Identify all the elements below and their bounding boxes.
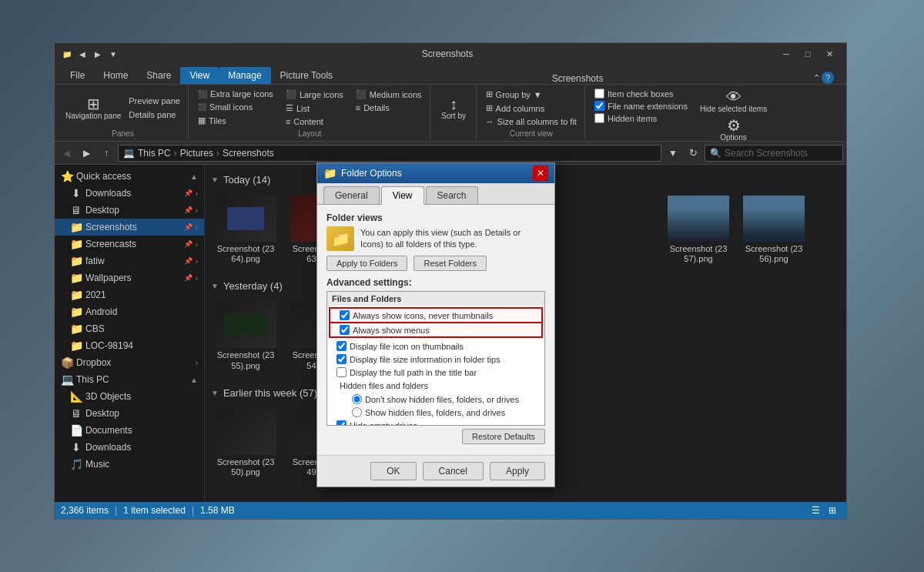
small-icons-btn[interactable]: ⬛ Small icons: [195, 101, 276, 113]
ribbon-collapse-btn[interactable]: ⌃: [813, 73, 820, 83]
always-show-icons-checkbox[interactable]: [340, 310, 350, 320]
file-item[interactable]: Screenshot (2356).png: [739, 192, 808, 268]
dialog-tab-general[interactable]: General: [323, 186, 380, 204]
file-item[interactable]: Screenshot (2355).png: [211, 298, 280, 374]
navigation-pane-btn[interactable]: ⊞ Navigation pane: [62, 95, 124, 122]
screenshots-tab-label: Screenshots: [342, 73, 813, 84]
sidebar-item-this-pc[interactable]: 💻 This PC ▲: [55, 371, 204, 388]
help-button[interactable]: ?: [822, 72, 834, 84]
large-icons-btn[interactable]: ⬛ Large icons: [283, 88, 346, 101]
restore-defaults-btn[interactable]: Restore Defaults: [462, 429, 545, 444]
always-show-menus-checkbox[interactable]: [340, 325, 350, 335]
show-hidden-radio[interactable]: [352, 407, 362, 417]
explorer-window: 📁 ◀ ▶ ▼ Screenshots ─ □ ✕ File Home Shar…: [54, 42, 847, 520]
cancel-button[interactable]: Cancel: [423, 462, 484, 480]
adv-display-file-icon[interactable]: Display file icon on thumbnails: [327, 340, 544, 353]
sidebar-item-quick-access[interactable]: ⭐ Quick access ▲: [55, 168, 204, 185]
back-button[interactable]: ◀: [58, 145, 75, 162]
forward-button[interactable]: ▶: [78, 145, 95, 162]
advanced-settings-list[interactable]: Files and Folders Always show icons, nev…: [326, 291, 545, 426]
sidebar-item-wallpapers[interactable]: 📁 Wallpapers 📌 ›: [55, 269, 204, 286]
arrow-icon: ›: [196, 206, 198, 215]
sidebar-item-screencasts[interactable]: 📁 Screencasts 📌 ›: [55, 236, 204, 253]
hidden-items-check[interactable]: Hidden items: [591, 112, 691, 124]
dialog-tab-view[interactable]: View: [381, 186, 424, 205]
preview-pane-btn[interactable]: Preview pane: [126, 95, 183, 107]
sidebar-item-2021[interactable]: 📁 2021: [55, 286, 204, 303]
file-name-ext-check[interactable]: File name extensions: [591, 100, 691, 112]
options-btn[interactable]: ⚙ Options: [717, 116, 749, 143]
maximize-button[interactable]: □: [797, 43, 819, 65]
dont-show-hidden-radio[interactable]: [352, 394, 362, 404]
tab-home[interactable]: Home: [94, 67, 137, 84]
sidebar-item-downloads[interactable]: ⬇ Downloads 📌 ›: [55, 185, 204, 202]
arrow-icon: ›: [196, 257, 198, 266]
adv-full-path[interactable]: Display the full path in the title bar: [327, 366, 544, 379]
search-icon: 🔍: [710, 148, 721, 159]
sidebar-item-3d-objects[interactable]: 📐 3D Objects: [55, 388, 204, 405]
sidebar-item-fatiw[interactable]: 📁 fatiw 📌 ›: [55, 253, 204, 269]
hide-empty-drives-checkbox[interactable]: [336, 420, 346, 426]
sidebar-item-cbs[interactable]: 📁 CBS: [55, 320, 204, 337]
size-all-columns-btn[interactable]: ↔ Size all columns to fit: [483, 115, 580, 128]
group-by-btn[interactable]: ⊞ Group by ▼: [483, 88, 580, 101]
sidebar-item-desktop[interactable]: 🖥 Desktop 📌 ›: [55, 202, 204, 219]
adv-always-show-icons[interactable]: Always show icons, never thumbnails: [329, 307, 543, 323]
android-icon: 📁: [70, 306, 82, 318]
tab-file[interactable]: File: [61, 67, 94, 84]
sidebar-item-loc[interactable]: 📁 LOC-98194: [55, 337, 204, 354]
sidebar-item-downloads2[interactable]: ⬇ Downloads: [55, 439, 204, 456]
dropdown-btn[interactable]: ▼: [665, 145, 681, 162]
sidebar-item-desktop2[interactable]: 🖥 Desktop: [55, 405, 204, 422]
sidebar-item-screenshots[interactable]: 📁 Screenshots 📌 ›: [55, 219, 204, 236]
adv-display-file-size[interactable]: Display file size information in folder …: [327, 353, 544, 366]
tab-manage[interactable]: Manage: [219, 67, 270, 84]
close-button[interactable]: ✕: [819, 43, 840, 65]
content-btn[interactable]: ≡ Content: [283, 115, 346, 128]
adv-show-hidden[interactable]: Show hidden files, folders, and drives: [327, 406, 544, 419]
adv-hide-empty-drives[interactable]: Hide empty drives: [327, 419, 544, 426]
item-check-boxes-check[interactable]: Item check boxes: [591, 88, 691, 99]
hide-selected-btn[interactable]: 👁 Hide selected items: [697, 88, 770, 115]
sidebar-item-documents[interactable]: 📄 Documents: [55, 422, 204, 439]
apply-to-folders-btn[interactable]: Apply to Folders: [326, 256, 407, 271]
add-columns-btn[interactable]: ⊞ Add columns: [483, 102, 580, 115]
minimize-button[interactable]: ─: [775, 43, 797, 65]
file-item[interactable]: Screenshot (2364).png: [211, 192, 280, 268]
sidebar-item-android[interactable]: 📁 Android: [55, 303, 204, 320]
reset-folders-btn[interactable]: Reset Folders: [413, 256, 486, 271]
sort-by-btn[interactable]: ↕ Sort by: [437, 95, 471, 122]
address-path[interactable]: 💻 This PC › Pictures › Screenshots: [118, 145, 661, 162]
sidebar-item-music[interactable]: 🎵 Music: [55, 456, 204, 473]
adv-always-show-menus[interactable]: Always show menus: [329, 323, 543, 338]
file-item[interactable]: Screenshot (2350).png: [211, 405, 280, 481]
ok-button[interactable]: OK: [370, 462, 416, 480]
details-btn[interactable]: ≡ Details: [353, 102, 425, 114]
medium-icons-btn[interactable]: ⬛ Medium icons: [353, 88, 425, 101]
tab-share[interactable]: Share: [137, 67, 180, 84]
details-view-btn[interactable]: ☰: [808, 503, 823, 517]
tab-picture-tools[interactable]: Picture Tools: [271, 67, 342, 84]
up-button[interactable]: ↑: [98, 145, 115, 162]
file-item[interactable]: Screenshot (2357).png: [664, 192, 733, 268]
sidebar-item-dropbox[interactable]: 📦 Dropbox ›: [55, 354, 204, 371]
display-file-icon-checkbox[interactable]: [336, 341, 346, 351]
display-file-size-checkbox[interactable]: [336, 354, 346, 364]
extra-large-icons-btn[interactable]: ⬛ Extra large icons: [195, 88, 276, 100]
tiles-btn[interactable]: ▦ Tiles: [195, 114, 276, 127]
list-btn[interactable]: ☰ List: [283, 102, 346, 115]
details-pane-btn[interactable]: Details pane: [126, 109, 183, 121]
earlier-toggle[interactable]: ▼: [211, 389, 219, 397]
full-path-checkbox[interactable]: [336, 367, 346, 377]
dialog-close-button[interactable]: ✕: [533, 166, 548, 181]
refresh-button[interactable]: ↻: [685, 145, 701, 162]
large-icons-view-btn[interactable]: ⊞: [825, 503, 840, 517]
adv-dont-show-hidden[interactable]: Don't show hidden files, folders, or dri…: [327, 393, 544, 406]
apply-button[interactable]: Apply: [490, 462, 545, 480]
today-toggle[interactable]: ▼: [211, 176, 219, 184]
yesterday-toggle[interactable]: ▼: [211, 282, 219, 290]
dialog-tab-search[interactable]: Search: [426, 186, 478, 204]
tab-view[interactable]: View: [180, 67, 219, 84]
search-box[interactable]: 🔍 Search Screenshots: [705, 145, 843, 162]
loc-icon: 📁: [70, 340, 82, 352]
